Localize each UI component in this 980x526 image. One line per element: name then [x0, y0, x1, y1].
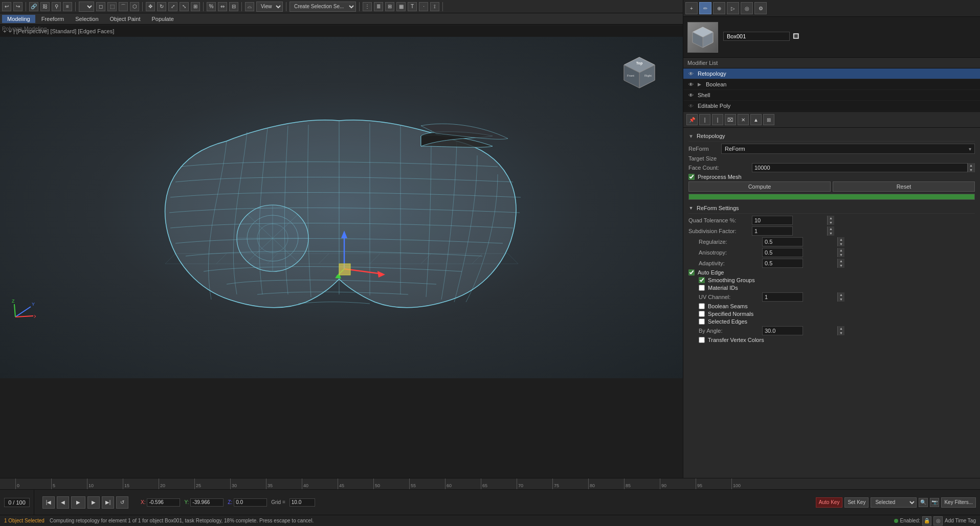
subdiv-input[interactable] [752, 228, 827, 234]
anisotropy-up[interactable]: ▲ [837, 248, 844, 253]
smoothing-groups-checkbox[interactable] [699, 277, 705, 283]
select-region-icon[interactable]: ⬚ [107, 2, 117, 11]
menu-selection[interactable]: Selection [70, 15, 103, 23]
display-mode-icon[interactable]: ◎ [741, 2, 753, 14]
quad-tol-up[interactable]: ▲ [827, 216, 834, 220]
y-input[interactable] [190, 498, 224, 507]
uv-ch-up[interactable]: ▲ [837, 292, 844, 297]
section-retopology[interactable]: ▼ Retopology [688, 131, 975, 142]
undo-btn[interactable]: ↩ [2, 2, 11, 11]
material-ids-checkbox[interactable] [699, 285, 705, 291]
modify-mode-icon[interactable]: ✏ [699, 2, 711, 14]
create-sel-dropdown[interactable]: Create Selection Se... [289, 2, 356, 12]
next-frame-btn[interactable]: ▶ [87, 496, 100, 509]
mirror-icon[interactable]: ⇔ [218, 2, 227, 11]
curve-icon[interactable]: ⌓ [245, 2, 254, 11]
reform-dropdown[interactable]: ReForm ▾ [721, 144, 975, 154]
face-count-down[interactable]: ▼ [967, 168, 974, 172]
modifier-retopology[interactable]: 👁 Retopology [683, 68, 980, 79]
modifier-eye-boolean[interactable]: 👁 [687, 81, 695, 88]
snap-icon[interactable]: ⋅ [419, 2, 428, 11]
modifier-eye-epoly[interactable]: 👁 [687, 102, 695, 109]
compute-button[interactable]: Compute [688, 181, 831, 192]
nav-cube[interactable]: Top Right Front [621, 55, 657, 90]
grid-input[interactable] [289, 498, 315, 507]
quad-tol-input[interactable] [752, 217, 827, 223]
select-obj-icon[interactable]: ◻ [96, 2, 105, 11]
adaptivity-down[interactable]: ▼ [837, 263, 844, 268]
object-name-input[interactable] [723, 32, 790, 41]
selection-dropdown[interactable]: All [79, 2, 94, 12]
select-paint-icon[interactable]: ⬡ [130, 2, 139, 11]
view-dropdown[interactable]: View [256, 2, 283, 12]
model-container[interactable]: Top Right Front Y X Z [0, 37, 683, 378]
by-angle-down[interactable]: ▼ [837, 331, 844, 335]
anisotropy-input[interactable] [763, 249, 837, 256]
play-anim-btn[interactable]: ↺ [116, 496, 128, 509]
adaptivity-up[interactable]: ▲ [837, 259, 844, 263]
quad-tol-down[interactable]: ▼ [827, 220, 834, 225]
modifier-boolean[interactable]: 👁 ▶ Boolean [683, 79, 980, 90]
by-angle-up[interactable]: ▲ [837, 326, 844, 331]
auto-key-btn[interactable]: Auto Key [816, 497, 843, 508]
modifier-shell[interactable]: 👁 Shell [683, 90, 980, 101]
uv-ch-down[interactable]: ▼ [837, 297, 844, 302]
panel-up-icon[interactable]: ▲ [750, 114, 762, 125]
reset-button[interactable]: Reset [833, 181, 975, 192]
text-icon[interactable]: T [408, 2, 417, 11]
search-icon[interactable]: 🔍 [919, 498, 928, 507]
unlink-icon[interactable]: ⛓ [40, 2, 50, 11]
object-color-swatch[interactable]: 🔳 [793, 33, 799, 39]
col-icon[interactable]: ▦ [396, 2, 406, 11]
prev-frame-btn[interactable]: ◀ [57, 496, 69, 509]
create-mode-icon[interactable]: + [685, 2, 698, 14]
motion-mode-icon[interactable]: ▷ [727, 2, 739, 14]
modifier-editable-poly[interactable]: 👁 Editable Poly [683, 101, 980, 111]
add-time-tag-btn[interactable]: Add Time Tag [945, 518, 976, 523]
z-input[interactable] [234, 498, 267, 507]
auto-edge-checkbox[interactable] [688, 269, 695, 276]
select-lasso-icon[interactable]: ⌒ [119, 2, 128, 11]
panel-settings-icon[interactable]: | [699, 114, 710, 125]
bind-icon[interactable]: ⚲ [52, 2, 61, 11]
panel-configure-icon[interactable]: ⊞ [763, 114, 774, 125]
set-key-btn[interactable]: Set Key [844, 497, 868, 508]
hierarchy-mode-icon[interactable]: ⊕ [713, 2, 725, 14]
go-end-btn[interactable]: ▶| [102, 496, 114, 509]
scale-uniform-icon[interactable]: ⤢ [168, 2, 177, 11]
anisotropy-down[interactable]: ▼ [837, 253, 844, 257]
regularize-input[interactable] [763, 239, 837, 245]
table-icon[interactable]: ⊞ [385, 2, 394, 11]
boolean-seams-checkbox[interactable] [699, 303, 705, 309]
play-btn[interactable]: ▶ [71, 496, 85, 509]
uv-channel-input[interactable] [763, 294, 837, 300]
section-reform-settings[interactable]: ▼ ReForm Settings [688, 203, 975, 214]
face-count-input[interactable] [752, 165, 967, 171]
hierarchy-icon[interactable]: ≡ [63, 2, 72, 11]
menu-object-paint[interactable]: Object Paint [105, 15, 146, 23]
scale-icon[interactable]: ⤡ [180, 2, 189, 11]
transfer-vc-checkbox[interactable] [699, 337, 705, 343]
menu-populate[interactable]: Populate [146, 15, 179, 23]
modifier-arrow-boolean[interactable]: ▶ [698, 82, 703, 87]
skin-icon[interactable]: ⋮ [363, 2, 372, 11]
menu-modeling[interactable]: Modeling [2, 15, 35, 23]
viewport[interactable]: + + | [Perspective] [Standard] [Edged Fa… [0, 26, 683, 378]
paint-icon[interactable]: ≣ [374, 2, 383, 11]
toggle-btn[interactable]: ◎ [933, 516, 943, 525]
link-icon[interactable]: 🔗 [29, 2, 38, 11]
preprocess-checkbox[interactable] [688, 174, 695, 180]
regularize-up[interactable]: ▲ [837, 237, 844, 242]
go-start-btn[interactable]: |◀ [42, 496, 55, 509]
x-input[interactable] [147, 498, 180, 507]
selected-edges-checkbox[interactable] [699, 318, 705, 325]
modifier-eye-shell[interactable]: 👁 [687, 92, 695, 99]
percent-icon[interactable]: % [207, 2, 216, 11]
camera-icon[interactable]: 📷 [930, 498, 939, 507]
panel-remove-icon[interactable]: ✕ [738, 114, 749, 125]
panel-vis-icon[interactable]: ⌧ [725, 114, 736, 125]
move-icon[interactable]: ✥ [146, 2, 155, 11]
pin-icon[interactable]: 📌 [686, 114, 698, 125]
by-angle-input[interactable] [763, 328, 837, 334]
rotate-icon[interactable]: ↻ [157, 2, 166, 11]
